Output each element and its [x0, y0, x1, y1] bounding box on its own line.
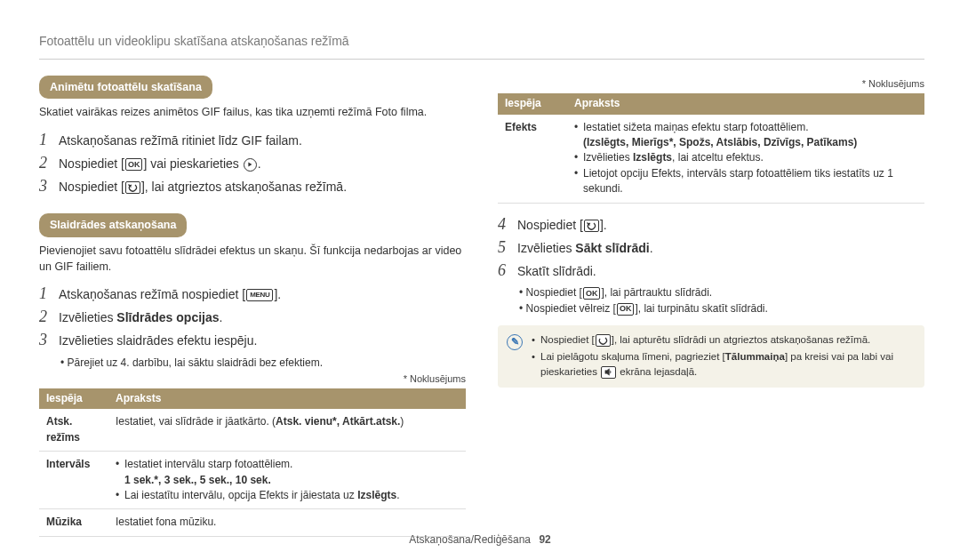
back-icon [584, 220, 599, 232]
step-text: Nospiediet []. [517, 216, 924, 234]
text-bold: Izslēgts [357, 489, 396, 501]
menu-icon: MENU [246, 289, 273, 301]
text: ) [400, 415, 404, 428]
step-text: Atskaņošanas režīmā ritiniet līdz GIF fa… [59, 132, 466, 149]
cell-desc: Iestatiet, vai slīdrāde ir jāatkārto. (A… [108, 409, 466, 451]
text-bold: (Izslēgts, Mierīgs*, Spožs, Atslābis, Dz… [583, 136, 857, 148]
cell-desc: Iestatiet sižeta maiņas efektu starp fot… [567, 115, 924, 203]
step-b1: 1 Atskaņošanas režīmā nospiediet [MENU]. [39, 285, 466, 303]
default-note-right: * Noklusējums [498, 77, 924, 92]
text-bold: Tālummaiņa [725, 351, 785, 362]
section-b-lead: Pievienojiet savu fotoattēlu slīdrādei e… [39, 243, 466, 275]
speaker-icon [601, 366, 616, 379]
step-number: 1 [39, 285, 59, 303]
text: . [396, 489, 399, 501]
step-number: 4 [498, 216, 517, 234]
cell-desc: Iestatiet intervālu starp fotoattēliem. … [108, 452, 466, 509]
list-item: Nospiediet vēlreiz [OK], lai turpinātu s… [519, 301, 924, 316]
options-table-left: Iespēja Apraksts Atsk. režīms Iestatiet,… [39, 388, 466, 537]
th-option: Iespēja [498, 93, 567, 114]
table-row: Efekts Iestatiet sižeta maiņas efektu st… [498, 115, 924, 203]
step-5: 5 Izvēlieties Sākt slīdrādi. [498, 239, 924, 257]
note-box: ✎ Nospiediet [], lai apturētu slīdrādi u… [498, 325, 924, 388]
text-bold: Slīdrādes opcijas [116, 310, 219, 324]
step-text: Atskaņošanas režīmā nospiediet [MENU]. [59, 285, 466, 303]
text: Lai iestatītu intervālu, opcija Efekts i… [124, 489, 357, 501]
list-item: Iestatiet sižeta maiņas efektu starp fot… [574, 120, 917, 151]
list-item: Iestatiet intervālu starp fotoattēliem. … [116, 457, 459, 488]
left-column: Animētu fotoattēlu skatīšana Skatiet vai… [39, 76, 466, 540]
step-number: 2 [39, 155, 59, 172]
list-item: Izvēlieties Izslēgts, lai atceltu efektu… [574, 150, 917, 165]
step-text: Nospiediet [], lai atgrieztos atskaņošan… [59, 178, 466, 196]
text-bold: 1 sek.*, 3 sek., 5 sek., 10 sek. [124, 474, 271, 486]
step-4: 4 Nospiediet []. [498, 216, 924, 234]
step-b3: 3 Izvēlieties slaidrādes efektu iespēju. [39, 332, 466, 349]
page-footer: Atskaņošana/Rediģēšana 92 [0, 532, 960, 548]
footer-section: Atskaņošana/Rediģēšana [409, 533, 531, 546]
list-item: Lietojot opciju Efekts, intervāls starp … [574, 166, 917, 197]
step-text: Izvēlieties Slīdrādes opcijas. [59, 308, 466, 326]
step-number: 2 [39, 308, 59, 326]
section-a-lead: Skatiet vairākas reizes animētos GIF fai… [39, 104, 466, 120]
back-icon [125, 181, 140, 194]
list-item: Lai iestatītu intervālu, opcija Efekts i… [116, 488, 459, 503]
list-item: Pārejiet uz 4. darbību, lai sāktu slaidr… [60, 356, 466, 371]
ok-icon: OK [617, 303, 635, 316]
text: Iestatiet intervālu starp fotoattēliem. [124, 458, 292, 470]
text: , lai atceltu efektus. [672, 151, 764, 164]
step-text: Izvēlieties Sākt slīdrādi. [517, 239, 924, 257]
cell-label: Intervāls [39, 452, 108, 509]
header-rule [39, 59, 924, 60]
section-b-title: Slaidrādes atskaņošana [39, 213, 187, 236]
info-icon: ✎ [507, 334, 523, 350]
step-number: 3 [39, 332, 59, 349]
back-icon [596, 334, 611, 347]
step-text: Skatīt slīdrādi. [517, 262, 924, 280]
step-a1: 1 Atskaņošanas režīmā ritiniet līdz GIF … [39, 132, 466, 149]
th-option: Iespēja [39, 388, 108, 409]
options-table-right: Iespēja Apraksts Efekts Iestatiet sižeta… [498, 93, 924, 203]
step-text: Nospiediet [OK] vai pieskarieties . [59, 155, 466, 172]
section-a-title: Animētu fotoattēlu skatīšana [39, 76, 212, 99]
th-desc: Apraksts [567, 93, 924, 114]
right-column: * Noklusējums Iespēja Apraksts Efekts Ie… [498, 76, 924, 540]
svg-marker-0 [249, 163, 252, 167]
breadcrumb-header: Fotoattēlu un videoklipu skatīšana atska… [39, 32, 924, 50]
table-row: Intervāls Iestatiet intervālu starp foto… [39, 452, 466, 509]
text: ekrāna lejasdaļā. [617, 366, 697, 377]
step-a2: 2 Nospiediet [OK] vai pieskarieties . [39, 155, 466, 172]
page-number: 92 [539, 533, 550, 546]
step-number: 6 [498, 262, 517, 280]
text: Lai pielāgotu skaļuma līmeni, pagrieziet… [540, 351, 725, 362]
ok-icon: OK [583, 287, 601, 300]
cell-label: Atsk. režīms [39, 409, 108, 451]
note-item: Nospiediet [], lai apturētu slīdrādi un … [532, 332, 916, 348]
list-item: Nospiediet [OK], lai pārtrauktu slīdrādi… [519, 285, 924, 300]
step-6: 6 Skatīt slīdrādi. [498, 262, 924, 280]
text-bold: Atsk. vienu*, Atkārt.atsk. [276, 415, 400, 428]
text-bold: Sākt slīdrādi [575, 241, 649, 255]
default-note-left: * Noklusējums [39, 372, 466, 387]
table-row: Atsk. režīms Iestatiet, vai slīdrāde ir … [39, 409, 466, 451]
play-circle-icon [244, 158, 257, 172]
step-6-sub: Nospiediet [OK], lai pārtrauktu slīdrādi… [516, 285, 924, 316]
text: Izvēlieties [59, 310, 116, 324]
ok-icon: OK [125, 158, 143, 171]
step-number: 3 [39, 178, 59, 196]
text-bold: Izslēgts [633, 151, 672, 164]
step-b3-sub: Pārejiet uz 4. darbību, lai sāktu slaidr… [57, 356, 466, 371]
step-a3: 3 Nospiediet [], lai atgrieztos atskaņoš… [39, 178, 466, 196]
text: Izvēlieties [517, 241, 575, 255]
step-number: 5 [498, 239, 517, 257]
text: Iestatiet, vai slīdrāde ir jāatkārto. ( [116, 415, 276, 428]
text: Izvēlieties [583, 151, 633, 164]
step-text: Izvēlieties slaidrādes efektu iespēju. [59, 332, 466, 349]
cell-label: Efekts [498, 115, 567, 203]
step-b2: 2 Izvēlieties Slīdrādes opcijas. [39, 308, 466, 326]
note-item: Lai pielāgotu skaļuma līmeni, pagrieziet… [532, 349, 916, 379]
th-desc: Apraksts [108, 388, 466, 409]
step-number: 1 [39, 132, 59, 149]
text: Iestatiet sižeta maiņas efektu starp fot… [583, 121, 808, 133]
